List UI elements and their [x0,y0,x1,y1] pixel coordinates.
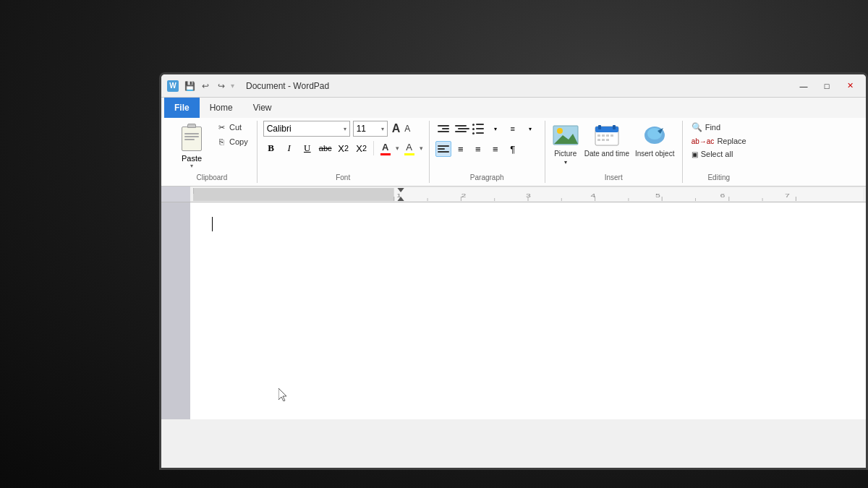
undo-button[interactable]: ↩ [199,80,212,93]
ruler-svg: 1 2 3 4 5 6 7 [193,188,863,201]
align-right-button[interactable]: ≡ [470,141,486,157]
color-dropdown-arrow[interactable]: ▾ [396,145,399,152]
line-spacing-button[interactable]: ≡ [505,121,521,137]
font-color-button[interactable]: A [378,140,393,156]
font-group: Calibri ▾ 11 ▾ A A B [258,121,430,183]
paste-button[interactable]: Paste ▾ [173,121,210,172]
svg-rect-9 [606,134,609,137]
strikethrough-button[interactable]: abc [318,140,333,156]
size-dropdown-arrow: ▾ [381,126,384,132]
save-button[interactable]: 💾 [183,80,196,93]
paste-dropdown: ▾ [190,163,193,169]
app-window: W 💾 ↩ ↪ ▾ Document - WordPad — □ ✕ File … [161,74,866,468]
wordpad-icon: W [167,80,179,92]
copy-button[interactable]: ⎘ Copy [213,135,251,148]
svg-rect-13 [606,139,609,141]
paragraph-group: ▾ ≡ ▾ ≡ ≡ ≡ [430,121,545,183]
svg-rect-17 [193,188,394,201]
decrease-font-button[interactable]: A [403,122,412,135]
separator1 [373,141,374,155]
document-area [161,202,866,419]
indent-less-icon [438,125,449,132]
picture-icon [553,122,579,148]
insert-label: Insert [551,172,676,183]
line-spacing-dropdown[interactable]: ▾ [522,121,538,137]
svg-rect-7 [597,134,600,137]
list-icon [472,123,484,134]
font-row2: B I U abc X2 X2 A ▾ [263,140,423,156]
highlight-button[interactable]: A [401,140,417,156]
insert-buttons: Picture ▾ [551,121,676,167]
svg-rect-8 [602,134,605,137]
dropdown-arrow: ▾ [231,82,234,90]
indent-more-button[interactable] [453,121,469,137]
indent-less-button[interactable] [435,121,451,137]
svg-text:6: 6 [720,192,725,198]
replace-button[interactable]: ab→ac Replace [689,135,749,147]
para-indent-row: ▾ ≡ ▾ [435,121,539,137]
align-left-button[interactable] [435,141,451,157]
highlight-dropdown-arrow[interactable]: ▾ [420,145,423,152]
para-align-row: ≡ ≡ ≡ ¶ [435,141,539,157]
italic-button[interactable]: I [281,140,297,156]
svg-rect-11 [597,139,600,141]
align-center-button[interactable]: ≡ [453,141,469,157]
find-button[interactable]: 🔍 Find [689,121,749,134]
font-size-buttons: A A [391,122,412,135]
tab-view[interactable]: View [243,98,282,118]
list-dropdown-button[interactable]: ▾ [488,121,503,137]
picture-button[interactable]: Picture ▾ [551,121,580,167]
underline-button[interactable]: U [299,140,315,156]
svg-text:2: 2 [461,192,466,198]
datetime-button[interactable]: Date and time [583,121,631,160]
ruler-container: 1 2 3 4 5 6 7 [161,187,866,202]
indent-more-icon [455,125,467,132]
subscript-button[interactable]: X2 [336,140,352,156]
select-all-button[interactable]: ▣ Select all [689,148,749,160]
tab-file[interactable]: File [164,98,200,118]
font-label: Font [263,172,423,183]
svg-rect-12 [602,139,605,141]
bold-button[interactable]: B [263,140,279,156]
editing-group: 🔍 Find ab→ac Replace ▣ Select all Editin… [683,121,755,183]
clipboard-group: Paste ▾ ✂ Cut ⎘ Copy Clipboard [167,121,258,183]
justify-button[interactable]: ≡ [488,141,503,157]
copy-icon: ⎘ [216,137,226,147]
maximize-button[interactable]: □ [817,79,837,93]
paste-icon [179,124,205,154]
clipboard-small-buttons: ✂ Cut ⎘ Copy [213,121,251,148]
insert-object-icon [642,122,668,148]
paragraph-label: Paragraph [435,172,539,183]
rtl-button[interactable]: ¶ [505,141,521,157]
quick-access-toolbar: 💾 ↩ ↪ ▾ [183,80,234,93]
svg-rect-6 [613,125,616,129]
svg-text:5: 5 [655,192,660,198]
font-size-selector[interactable]: 11 ▾ [353,121,388,137]
ruler: 1 2 3 4 5 6 7 [190,187,866,202]
scissors-icon: ✂ [216,122,226,132]
highlight-bar [404,153,414,155]
left-margin [161,202,190,419]
color-bar [380,153,391,155]
editing-buttons: 🔍 Find ab→ac Replace ▣ Select all [689,121,749,160]
cut-button[interactable]: ✂ Cut [213,121,251,134]
redo-button[interactable]: ↪ [215,80,228,93]
insert-object-button[interactable]: Insert object [634,121,676,160]
find-icon: 🔍 [692,122,702,132]
font-family-selector[interactable]: Calibri ▾ [263,121,350,137]
clipboard-label: Clipboard [173,172,251,183]
window-controls: — □ ✕ [793,79,860,93]
svg-text:3: 3 [526,192,531,198]
close-button[interactable]: ✕ [840,79,860,93]
ruler-margin-left [161,187,190,202]
monitor-frame: W 💾 ↩ ↪ ▾ Document - WordPad — □ ✕ File … [159,72,868,470]
document-page[interactable] [190,202,866,419]
increase-font-button[interactable]: A [391,122,402,135]
minimize-button[interactable]: — [793,79,814,93]
tab-home[interactable]: Home [200,98,243,118]
datetime-icon [594,122,620,148]
window-title: Document - WordPad [246,81,329,91]
ribbon-tabs: File Home View [161,98,866,118]
superscript-button[interactable]: X2 [354,140,370,156]
list-button[interactable] [470,121,486,137]
